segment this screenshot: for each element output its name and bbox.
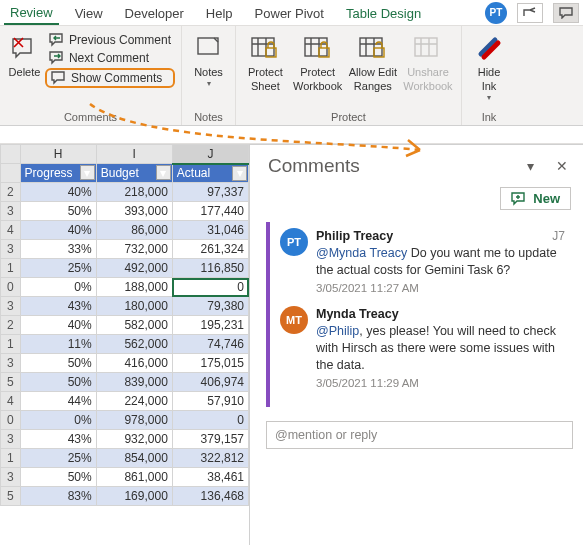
table-row[interactable]: 343%180,00079,380 [1,297,249,316]
next-comment-button[interactable]: Next Comment [45,50,175,66]
header-actual[interactable]: Actual ▾ [172,164,248,183]
filter-dropdown-icon[interactable]: ▾ [80,165,95,180]
row-head[interactable]: 5 [1,487,21,506]
tab-review[interactable]: Review [4,1,59,25]
cell[interactable]: 86,000 [96,221,172,240]
header-progress[interactable]: Progress ▾ [20,164,96,183]
show-comments-button[interactable]: Show Comments [45,68,175,88]
cell[interactable]: 0% [20,411,96,430]
comment-cell-ref[interactable]: J7 [552,228,565,244]
cell[interactable]: 50% [20,202,96,221]
table-row[interactable]: 444%224,00057,910 [1,392,249,411]
table-row[interactable]: 333%732,000261,324 [1,240,249,259]
mention[interactable]: @Philip [316,324,359,338]
cell[interactable]: 195,231 [172,316,248,335]
cell[interactable]: 50% [20,468,96,487]
cell[interactable]: 188,000 [96,278,172,297]
worksheet[interactable]: H I J Progress ▾ Budget ▾ Actual ▾ [0,144,250,545]
cell[interactable]: 379,157 [172,430,248,449]
cell[interactable]: 31,046 [172,221,248,240]
row-head[interactable]: 3 [1,202,21,221]
tab-table-design[interactable]: Table Design [340,2,427,24]
cell[interactable]: 175,015 [172,354,248,373]
mention[interactable]: @Mynda Treacy [316,246,407,260]
header-budget[interactable]: Budget ▾ [96,164,172,183]
corner-cell[interactable] [1,145,21,164]
filter-dropdown-icon[interactable]: ▾ [156,165,171,180]
row-head[interactable]: 5 [1,373,21,392]
row-head[interactable]: 0 [1,411,21,430]
cell[interactable]: 416,000 [96,354,172,373]
tab-help[interactable]: Help [200,2,239,24]
cell[interactable]: 57,910 [172,392,248,411]
tab-developer[interactable]: Developer [119,2,190,24]
hide-ink-button[interactable]: Hide Ink ▾ [468,30,510,105]
table-row[interactable]: 240%582,000195,231 [1,316,249,335]
cell[interactable]: 169,000 [96,487,172,506]
cell[interactable]: 978,000 [96,411,172,430]
cell[interactable]: 25% [20,449,96,468]
table-row[interactable]: 125%492,000116,850 [1,259,249,278]
row-head[interactable] [1,164,21,183]
row-head[interactable]: 1 [1,259,21,278]
row-head[interactable]: 0 [1,278,21,297]
table-row[interactable]: 350%393,000177,440 [1,202,249,221]
account-avatar[interactable]: PT [485,2,507,24]
allow-edit-ranges-button[interactable]: Allow Edit Ranges [347,30,399,94]
row-head[interactable]: 3 [1,468,21,487]
cell[interactable]: 43% [20,297,96,316]
cell[interactable]: 40% [20,183,96,202]
cell[interactable]: 854,000 [96,449,172,468]
row-head[interactable]: 1 [1,335,21,354]
protect-workbook-button[interactable]: Protect Workbook [291,30,345,94]
cell[interactable]: 406,974 [172,373,248,392]
row-head[interactable]: 4 [1,392,21,411]
table-row[interactable]: 583%169,000136,468 [1,487,249,506]
cell[interactable]: 25% [20,259,96,278]
cell[interactable]: 562,000 [96,335,172,354]
cell[interactable]: 839,000 [96,373,172,392]
table-row[interactable]: 240%218,00097,337 [1,183,249,202]
cell[interactable]: 861,000 [96,468,172,487]
cell[interactable]: 11% [20,335,96,354]
cell[interactable]: 393,000 [96,202,172,221]
tab-power-pivot[interactable]: Power Pivot [249,2,330,24]
col-head-j[interactable]: J [172,145,248,164]
row-head[interactable]: 3 [1,430,21,449]
cell[interactable]: 224,000 [96,392,172,411]
cell[interactable]: 38,461 [172,468,248,487]
cell[interactable]: 322,812 [172,449,248,468]
cell[interactable]: 43% [20,430,96,449]
share-button[interactable] [517,3,543,23]
new-comment-button[interactable]: New [500,187,571,210]
cell[interactable]: 218,000 [96,183,172,202]
cell[interactable]: 44% [20,392,96,411]
reply-input[interactable]: @mention or reply [266,421,573,449]
cell[interactable]: 582,000 [96,316,172,335]
cell[interactable]: 180,000 [96,297,172,316]
table-row[interactable]: 343%932,000379,157 [1,430,249,449]
table-row[interactable]: 440%86,00031,046 [1,221,249,240]
row-head[interactable]: 3 [1,297,21,316]
comment-thread[interactable]: PT Philip Treacy J7 @Mynda Treacy Do you… [266,222,573,407]
delete-comment-button[interactable]: Delete [6,30,43,80]
row-head[interactable]: 4 [1,221,21,240]
cell[interactable]: 74,746 [172,335,248,354]
table-row[interactable]: 350%416,000175,015 [1,354,249,373]
tab-view[interactable]: View [69,2,109,24]
table-row[interactable]: 111%562,00074,746 [1,335,249,354]
protect-sheet-button[interactable]: Protect Sheet [242,30,289,94]
cell[interactable]: 40% [20,316,96,335]
cell[interactable]: 79,380 [172,297,248,316]
cell[interactable]: 136,468 [172,487,248,506]
notes-button[interactable]: Notes ▾ [188,30,229,91]
row-head[interactable]: 2 [1,183,21,202]
cell[interactable]: 50% [20,373,96,392]
cell[interactable]: 0 [172,411,248,430]
previous-comment-button[interactable]: Previous Comment [45,32,175,48]
filter-dropdown-icon[interactable]: ▾ [232,166,247,181]
row-head[interactable]: 1 [1,449,21,468]
pane-menu-icon[interactable]: ▾ [521,158,539,174]
table-row[interactable]: 00%188,0000 [1,278,249,297]
row-head[interactable]: 3 [1,240,21,259]
